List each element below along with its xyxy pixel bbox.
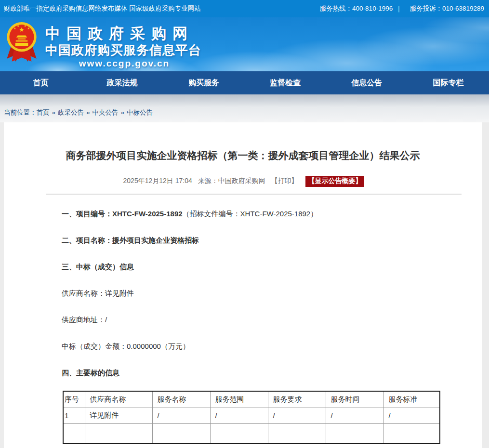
col-header-service-scope: 服务范围 [210,391,268,408]
col-header-service-name: 服务名称 [152,391,210,408]
page-wrap: 商务部援外项目实施企业资格招标（第一类：援外成套项目管理企业）结果公示 2025… [0,122,489,448]
paragraph-project-number: 一、项目编号：XHTC-FW-2025-1892（招标文件编号：XHTC-FW-… [4,209,482,219]
breadcrumb-item-home[interactable]: 首页 [37,109,50,116]
breadcrumb-item-announcements[interactable]: 政采公告 [58,109,84,116]
paragraph-award-info-heading: 三、中标（成交）信息 [4,262,482,272]
table-row: 1 详见附件 / / / / / [63,408,440,423]
nav-item-announcements[interactable]: 信息公告 [326,71,408,94]
nav-item-home[interactable]: 首页 [0,71,81,94]
paragraph-main-subject-heading: 四、主要标的信息 [4,368,482,378]
paragraph-supplier-address: 供应商地址：/ [4,315,482,325]
paragraph-supplier-name: 供应商名称：详见附件 [4,288,482,299]
award-info-table: 序号 供应商名称 服务名称 服务范围 服务要求 服务时间 服务标准 1 详见附件… [63,391,440,444]
breadcrumb: 当前位置：首页»政采公告»中央公告»中标公告 [0,94,489,117]
article-content: 一、项目编号：XHTC-FW-2025-1892（招标文件编号：XHTC-FW-… [4,209,482,444]
paragraph-project-name: 二、项目名称：援外项目实施企业资格招标 [4,235,482,246]
publish-datetime: 2025年12月12日 17:04 [123,177,192,184]
national-emblem-icon: ★ ★ ★ ★ ★ [7,22,37,66]
nav-item-purchase[interactable]: 购买服务 [163,71,244,94]
logo-text-block: 中国政府采购网 中国政府购买服务信息平台 www.ccgp.gov.cn [45,21,203,69]
col-header-service-req: 服务要求 [268,391,326,408]
print-button[interactable]: 【打印】 [271,177,298,184]
meta-divider [46,194,462,195]
site-banner: ★ ★ ★ ★ ★ 中国政府采购网 中国政府购买服务信息平台 www.ccgp.… [0,17,489,71]
col-header-service-standard: 服务标准 [383,391,440,408]
main-nav: 首页 政采法规 购买服务 监督检查 信息公告 国际专栏 [0,71,489,94]
svg-text:★: ★ [13,26,16,30]
col-header-index: 序号 [63,391,85,408]
svg-text:★: ★ [17,24,20,27]
breadcrumb-band: 当前位置：首页»政采公告»中央公告»中标公告 [0,94,489,122]
announcement-card: 商务部援外项目实施企业资格招标（第一类：援外成套项目管理企业）结果公示 2025… [4,122,482,448]
platform-name: 中国政府购买服务信息平台 [45,42,203,58]
table-header-row: 序号 供应商名称 服务名称 服务范围 服务要求 服务时间 服务标准 [63,391,440,408]
article-meta: 2025年12月12日 17:04 来源：中国政府采购网 【打印】 【显示公告概… [4,176,482,187]
service-complaint: 服务投诉：010-63819289 [410,5,484,12]
breadcrumb-item-current: 中标公告 [127,109,153,116]
svg-text:★: ★ [24,24,26,27]
site-url: www.ccgp.gov.cn [45,58,203,69]
top-service-bar: 财政部唯一指定政府采购信息网络发布媒体 国家级政府采购专业网站 服务热线：400… [0,0,489,17]
nav-item-international[interactable]: 国际专栏 [408,71,489,94]
show-summary-button[interactable]: 【显示公告概要】 [305,176,364,187]
topbar-slogan: 财政部唯一指定政府采购信息网络发布媒体 国家级政府采购专业网站 [4,4,201,13]
col-header-supplier-name: 供应商名称 [85,391,152,408]
site-logo[interactable]: ★ ★ ★ ★ ★ 中国政府采购网 中国政府购买服务信息平台 www.ccgp.… [7,21,203,69]
breadcrumb-prefix: 当前位置： [4,109,37,116]
breadcrumb-item-central[interactable]: 中央公告 [93,109,119,116]
topbar-contacts: 服务热线：400-810-1996｜服务投诉：010-63819289 [317,4,484,13]
page-title: 商务部援外项目实施企业资格招标（第一类：援外成套项目管理企业）结果公示 [4,122,482,162]
article-source: 来源：中国政府采购网 [198,177,265,184]
breadcrumb-separator: » [52,109,56,116]
topbar-separator: ｜ [396,5,402,12]
nav-item-supervision[interactable]: 监督检查 [245,71,326,94]
site-name: 中国政府采购网 [45,25,203,42]
breadcrumb-separator: » [86,109,90,116]
col-header-service-time: 服务时间 [326,391,383,408]
svg-text:★: ★ [27,26,30,30]
paragraph-award-amount: 中标（成交）金额：0.0000000（万元） [4,341,482,352]
nav-item-regulations[interactable]: 政采法规 [81,71,163,94]
service-hotline: 服务热线：400-810-1996 [320,5,393,12]
breadcrumb-separator: » [121,109,125,116]
table-row-empty [63,423,440,444]
